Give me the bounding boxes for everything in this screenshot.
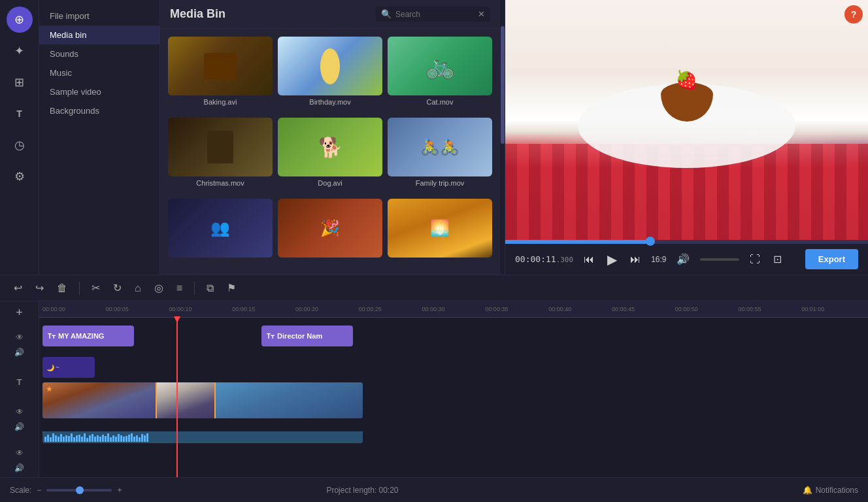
undo-button[interactable]: ↩	[10, 279, 26, 297]
help-button[interactable]: ?	[844, 5, 863, 24]
overlay-clip-icon: 🌙	[46, 364, 54, 371]
sidebar-text-btn[interactable]: T	[7, 101, 33, 127]
search-clear-icon[interactable]: ✕	[478, 9, 485, 19]
media-bin-scrollbar[interactable]	[500, 0, 505, 275]
flag-button[interactable]: ⚑	[223, 279, 240, 297]
track-vol-btn-2[interactable]: 🔊	[13, 421, 25, 433]
track-vol-btn-1[interactable]: 🔊	[13, 346, 25, 358]
media-thumb-party2: 🎉	[278, 199, 382, 258]
media-item-sunset[interactable]: 🌅	[388, 199, 492, 267]
media-label-birthday: Birthday.mov	[309, 98, 350, 106]
export-button[interactable]: Export	[805, 249, 858, 269]
media-item-cat[interactable]: 🚲 Cat.mov	[388, 37, 492, 112]
track-eye-btn-1[interactable]: 👁	[14, 331, 25, 343]
skip-back-btn[interactable]: ⏮	[581, 252, 597, 267]
media-item-family-trip[interactable]: 🚴🚴 Family trip.mov	[388, 118, 492, 193]
volume-btn[interactable]: 🔊	[674, 252, 692, 267]
media-bin-panel: Media Bin 🔍 ✕ Baking.avi	[160, 0, 500, 275]
scale-slider-thumb[interactable]	[76, 486, 84, 494]
search-input[interactable]	[395, 10, 474, 19]
track-vol-btn-3[interactable]: 🔊	[13, 462, 25, 474]
title-clip-2-icon: Tᴛ	[267, 333, 275, 340]
audio-waveform[interactable]	[42, 431, 363, 443]
title-clip-1-icon: Tᴛ	[48, 333, 56, 340]
sidebar-item-music[interactable]: Music	[39, 63, 159, 82]
track-text-btn[interactable]: T	[16, 376, 24, 388]
sidebar-item-sample-video[interactable]: Sample video	[39, 82, 159, 101]
media-label-dog: Dog.avi	[318, 179, 342, 187]
preview-controls: 00:00:11.300 ⏮ ▶ ⏭ 16:9 🔊 ⛶ ⊡ Export	[505, 244, 868, 275]
title-clip-2[interactable]: Tᴛ Director Nam	[261, 326, 353, 346]
media-panel: File import Media bin Sounds Music Sampl…	[39, 0, 160, 275]
title-track-row: Tᴛ MY AMAZING Tᴛ Director Nam	[39, 323, 868, 352]
media-thumb-dog: 🐕	[278, 118, 382, 176]
title-clip-1[interactable]: Tᴛ MY AMAZING	[42, 326, 134, 346]
progress-bar[interactable]	[505, 240, 868, 244]
aspect-ratio-select[interactable]: 16:9	[651, 255, 666, 264]
scale-minus-icon: −	[37, 486, 41, 495]
sidebar-timer-btn[interactable]: ◷	[7, 132, 33, 158]
video-segment-2	[157, 382, 216, 418]
progress-thumb[interactable]	[646, 237, 655, 246]
media-item-christmas[interactable]: Christmas.mov	[168, 118, 273, 193]
media-thumb-party1: 👥	[168, 199, 273, 258]
sidebar-item-backgrounds[interactable]: Backgrounds	[39, 101, 159, 120]
crop-preview-btn[interactable]: ⊡	[771, 252, 784, 267]
bottom-bar: Scale: − + Project length: 00:20 🔔 Notif…	[0, 477, 868, 502]
scale-slider[interactable]	[46, 489, 112, 492]
play-btn[interactable]: ▶	[605, 250, 620, 269]
playhead-head	[174, 316, 180, 323]
media-item-party2[interactable]: 🎉	[278, 199, 382, 267]
toolbar: ↩ ↪ 🗑 ✂ ↻ ⌂ ◎ ≡ ⧉ ⚑	[0, 275, 868, 301]
sidebar-item-media-bin[interactable]: Media bin	[39, 25, 159, 44]
title-clip-1-label: MY AMAZING	[58, 332, 104, 340]
skip-forward-btn[interactable]: ⏭	[627, 252, 643, 267]
media-bin-scrollbar-thumb[interactable]	[501, 26, 505, 144]
sidebar-item-file-import[interactable]: File import	[39, 7, 159, 25]
segment-1-thumb	[42, 382, 156, 418]
video-track-row: ★	[39, 382, 868, 422]
clip-star-icon: ★	[46, 384, 53, 393]
cut-button[interactable]: ✂	[88, 279, 104, 297]
toolbar-separator-2	[194, 282, 195, 295]
video-clip-main[interactable]: ★	[42, 382, 363, 418]
overlay-clip[interactable]: 🌙 ~	[42, 357, 95, 378]
search-icon: 🔍	[381, 9, 392, 19]
notifications-button[interactable]: 🔔 Notifications	[803, 486, 858, 495]
track-eye-btn-2[interactable]: 👁	[14, 406, 25, 418]
volume-slider[interactable]	[700, 258, 739, 261]
rotate-button[interactable]: ↻	[109, 279, 125, 297]
timeline-tracks: Tᴛ MY AMAZING Tᴛ Director Nam 🌙 ~	[39, 318, 868, 477]
media-label-baking: Baking.avi	[204, 98, 237, 106]
overlay-track-row: 🌙 ~	[39, 354, 868, 380]
audio-button[interactable]: ◎	[150, 279, 167, 297]
media-thumb-birthday	[278, 37, 382, 95]
waveform-bars	[42, 431, 363, 443]
preview-video: 🍓 ?	[505, 0, 868, 240]
pip-button[interactable]: ⧉	[203, 280, 218, 297]
fullscreen-btn[interactable]: ⛶	[747, 252, 763, 267]
ruler-marks: 00:00:00 00:00:05 00:00:10 00:00:15 00:0…	[42, 306, 865, 312]
media-item-baking[interactable]: Baking.avi	[168, 37, 273, 112]
preview-area: 🍓 ? 00:00:11.300 ⏮ ▶ ⏭ 16:9 🔊	[505, 0, 868, 275]
timeline-content[interactable]: 00:00:00 00:00:05 00:00:10 00:00:15 00:0…	[39, 301, 868, 477]
sidebar-tools-btn[interactable]: ⚙	[7, 163, 33, 190]
media-item-birthday[interactable]: Birthday.mov	[278, 37, 382, 112]
left-sidebar: ⊕ ✦ ⊞ T ◷ ⚙	[0, 0, 39, 275]
sidebar-item-sounds[interactable]: Sounds	[39, 44, 159, 63]
sidebar-add-btn[interactable]: ⊕	[7, 7, 33, 33]
redo-button[interactable]: ↪	[31, 279, 48, 297]
crop-button[interactable]: ⌂	[131, 280, 145, 297]
media-bin-title: Media Bin	[170, 7, 369, 21]
media-item-dog[interactable]: 🐕 Dog.avi	[278, 118, 382, 193]
sidebar-transitions-btn[interactable]: ⊞	[7, 69, 33, 95]
ruler-mark-11: 00:00:55	[738, 306, 801, 312]
audio-track-row	[39, 424, 868, 443]
sidebar-effects-btn[interactable]: ✦	[7, 38, 33, 64]
align-button[interactable]: ≡	[173, 280, 186, 297]
search-bar[interactable]: 🔍 ✕	[376, 7, 490, 22]
add-track-btn[interactable]: +	[14, 305, 24, 321]
track-eye-btn-3[interactable]: 👁	[14, 447, 25, 459]
media-item-party1[interactable]: 👥	[168, 199, 273, 267]
delete-button[interactable]: 🗑	[53, 280, 71, 297]
